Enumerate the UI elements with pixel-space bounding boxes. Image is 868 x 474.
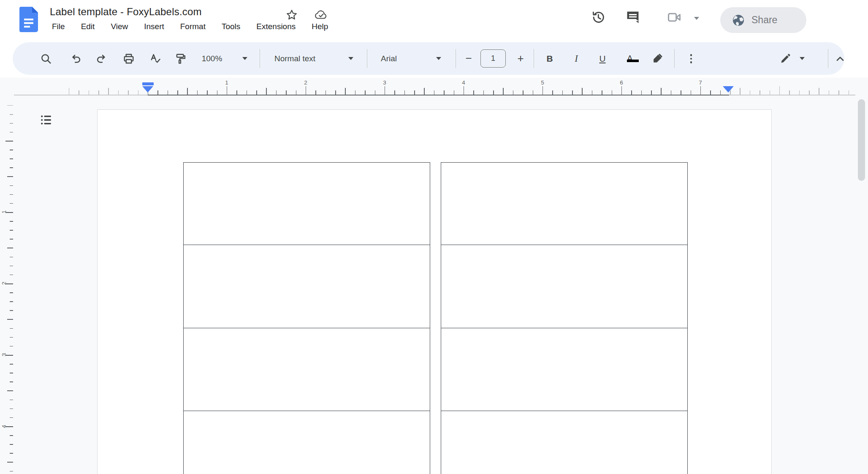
google-docs-window: Label template - FoxyLabels.com File Edi…: [0, 0, 868, 474]
paint-format-icon[interactable]: [171, 42, 190, 75]
spell-check-icon[interactable]: [146, 42, 165, 75]
label-cell[interactable]: [184, 245, 430, 328]
paragraph-styles-value: Normal text: [274, 54, 315, 63]
right-indent-marker[interactable]: [723, 86, 734, 93]
toolbar-separator: [456, 49, 456, 68]
ruler-number: 6: [617, 79, 626, 86]
font-select[interactable]: Arial: [377, 42, 415, 75]
menu-help[interactable]: Help: [311, 21, 329, 32]
menu-insert[interactable]: Insert: [143, 21, 165, 32]
label-cell[interactable]: [184, 328, 430, 411]
label-cell[interactable]: [184, 411, 430, 474]
search-menus-icon[interactable]: [37, 42, 55, 75]
comments-icon[interactable]: [625, 9, 641, 25]
label-cell[interactable]: [441, 328, 687, 411]
editing-mode-icon[interactable]: [776, 42, 795, 75]
globe-icon: [731, 13, 746, 27]
vertical-scrollbar[interactable]: [858, 99, 865, 181]
menubar: File Edit View Insert Format Tools Exten…: [51, 21, 329, 32]
share-button-label: Share: [751, 14, 777, 26]
print-icon[interactable]: [119, 42, 138, 75]
video-call-icon[interactable]: [666, 9, 682, 25]
docs-logo-icon[interactable]: [19, 7, 38, 32]
label-cell[interactable]: [184, 163, 430, 245]
version-history-icon[interactable]: [590, 9, 606, 25]
label-cell[interactable]: [441, 245, 687, 328]
increase-font-size-icon[interactable]: +: [511, 42, 530, 75]
menu-format[interactable]: Format: [179, 21, 206, 32]
highlight-color-icon[interactable]: [648, 42, 667, 75]
toolbar-separator: [367, 49, 367, 68]
decrease-font-size-icon[interactable]: −: [459, 42, 478, 75]
header: Label template - FoxyLabels.com File Edi…: [0, 0, 868, 38]
zoom-value: 100%: [202, 54, 222, 63]
video-call-caret-icon[interactable]: [694, 17, 699, 20]
document-outline-icon[interactable]: [41, 114, 52, 126]
more-options-icon[interactable]: [682, 52, 700, 66]
document-canvas: 1 2 3 4 5 6 7: [0, 78, 868, 474]
italic-button[interactable]: I: [567, 42, 586, 75]
toolbar-separator: [534, 49, 534, 68]
menu-tools[interactable]: Tools: [221, 21, 241, 32]
toolbar-separator: [674, 49, 675, 68]
toolbar-separator: [828, 49, 828, 68]
ruler-number: 3: [380, 79, 389, 86]
menu-extensions[interactable]: Extensions: [255, 21, 296, 32]
bold-button[interactable]: B: [540, 42, 559, 75]
first-line-indent-marker[interactable]: [142, 82, 154, 85]
ruler-number: 2: [301, 79, 310, 86]
underline-button[interactable]: U: [593, 42, 612, 75]
cloud-check-icon[interactable]: [314, 8, 328, 21]
editing-mode-caret-icon[interactable]: [798, 42, 806, 75]
font-size-value: 1: [491, 54, 495, 63]
ruler-number: 5: [538, 79, 547, 86]
hide-menus-icon[interactable]: [831, 42, 849, 75]
ruler-number: 3: [1, 350, 7, 360]
ruler-number: 4: [1, 422, 7, 431]
share-button[interactable]: Share: [720, 7, 806, 33]
page[interactable]: [97, 109, 772, 474]
ruler-number: 7: [696, 79, 705, 86]
redo-icon[interactable]: [92, 42, 111, 75]
ruler-number: 1: [222, 79, 231, 86]
document-title[interactable]: Label template - FoxyLabels.com: [50, 6, 202, 18]
label-table-left: [183, 162, 430, 474]
ruler-number: 1: [1, 207, 7, 217]
menu-edit[interactable]: Edit: [80, 21, 96, 32]
left-indent-marker[interactable]: [142, 86, 153, 93]
styles-caret-icon[interactable]: [347, 42, 355, 75]
star-icon[interactable]: [285, 8, 298, 21]
menu-file[interactable]: File: [51, 21, 66, 32]
label-cell[interactable]: [441, 163, 687, 245]
font-value: Arial: [381, 54, 397, 63]
toolbar-separator: [260, 49, 260, 68]
text-color-button[interactable]: A: [621, 42, 639, 75]
font-size-input[interactable]: 1: [480, 49, 506, 68]
font-caret-icon[interactable]: [434, 42, 443, 75]
undo-icon[interactable]: [67, 42, 85, 75]
zoom-select[interactable]: 100%: [197, 42, 227, 75]
ruler-number: 2: [1, 279, 7, 288]
zoom-caret-icon[interactable]: [241, 42, 249, 75]
toolbar-pill: 100% Normal text Arial − 1 +: [13, 42, 844, 75]
toolbar: 100% Normal text Arial − 1 +: [0, 38, 868, 78]
paragraph-styles-select[interactable]: Normal text: [271, 42, 334, 75]
label-cell[interactable]: [441, 411, 687, 474]
menu-view[interactable]: View: [110, 21, 129, 32]
ruler-number: 4: [459, 79, 468, 86]
vertical-ruler: 1 2 3 4: [0, 78, 14, 474]
label-table-right: [441, 162, 688, 474]
